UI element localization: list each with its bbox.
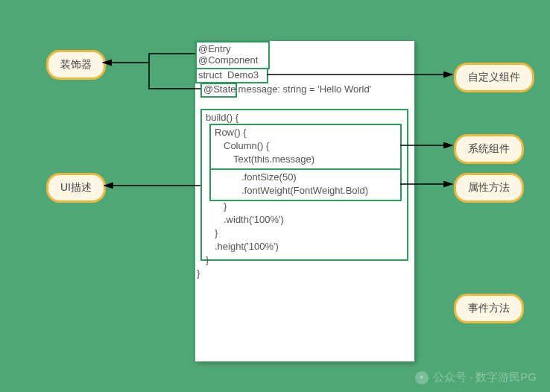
code-state-tag: @State bbox=[203, 83, 236, 95]
watermark-text: 公众号 · 数字游民PG bbox=[433, 370, 537, 385]
wechat-icon: ✦ bbox=[415, 371, 429, 385]
label-custom-component: 自定义组件 bbox=[454, 63, 534, 92]
code-build-open: build() { bbox=[206, 112, 238, 123]
watermark: ✦ 公众号 · 数字游民PG bbox=[415, 370, 537, 385]
code-close2: } bbox=[215, 227, 218, 238]
code-font-weight: .fontWeight(FontWeight.Bold) bbox=[241, 185, 368, 196]
code-line-component: @Component bbox=[198, 54, 258, 66]
code-close1: } bbox=[224, 200, 227, 212]
code-height: .height('100%') bbox=[215, 241, 279, 252]
code-row-open: Row() { bbox=[215, 127, 247, 138]
code-text-call: Text(this.message) bbox=[233, 154, 314, 165]
code-line-entry: @Entry bbox=[198, 43, 231, 54]
label-decorator: 装饰器 bbox=[46, 50, 106, 80]
label-ui-desc: UI描述 bbox=[46, 173, 106, 203]
code-state-rest: message: string = 'Hello World' bbox=[236, 83, 371, 95]
code-close3: } bbox=[206, 254, 209, 265]
code-font-size: .fontSize(50) bbox=[241, 171, 297, 183]
code-col-open: Column() { bbox=[224, 140, 269, 151]
label-system-component: 系统组件 bbox=[454, 134, 524, 164]
code-struct-name: Demo3 bbox=[227, 69, 262, 80]
code-close4: } bbox=[197, 268, 200, 279]
code-width: .width('100%') bbox=[224, 214, 284, 225]
label-event-method: 事件方法 bbox=[454, 294, 524, 323]
label-attribute-method: 属性方法 bbox=[454, 173, 524, 203]
code-struct-keyword: struct bbox=[198, 69, 224, 80]
